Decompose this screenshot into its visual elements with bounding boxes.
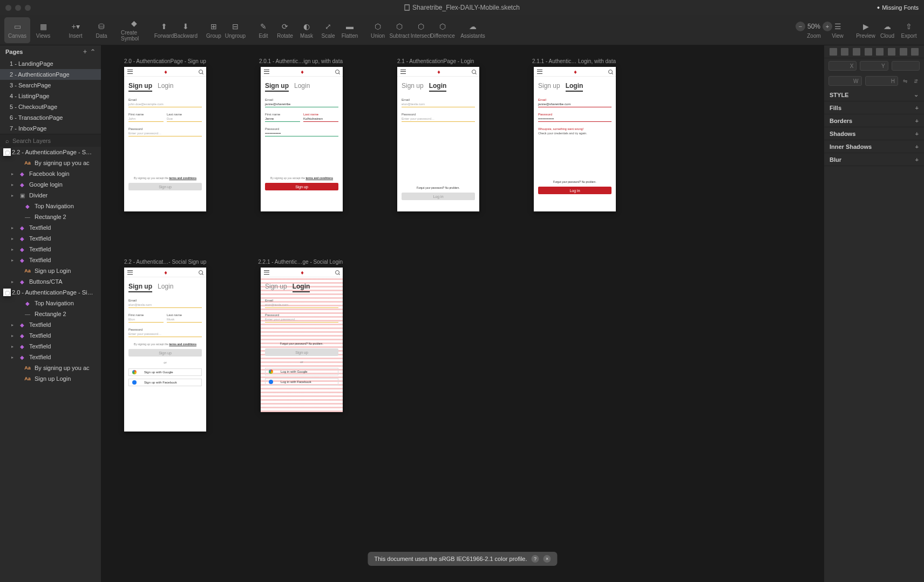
artboard-label[interactable]: 2.2 - Authenticat…- Social Sign up bbox=[124, 259, 206, 265]
layer-row[interactable]: AaBy signing up you ac bbox=[0, 158, 101, 168]
artboard-signup[interactable]: 2.0 - AuthenticationPage - Sign up ♦ Sig… bbox=[124, 67, 206, 211]
subtract[interactable]: ⬡Subtract bbox=[389, 17, 410, 43]
align-bottom-icon[interactable] bbox=[888, 48, 895, 56]
close-window[interactable] bbox=[5, 5, 11, 11]
artboard-label[interactable]: 2.1.1 - Authentic… Login, with data bbox=[532, 58, 616, 64]
align-top-icon[interactable] bbox=[865, 48, 872, 56]
intersect[interactable]: ⬡Intersect bbox=[410, 17, 432, 43]
close-banner-icon[interactable]: × bbox=[543, 555, 551, 563]
align-vcenter-icon[interactable] bbox=[876, 48, 884, 56]
view[interactable]: ☰View bbox=[827, 17, 848, 43]
page-item[interactable]: 3 - SearchPage bbox=[0, 80, 101, 91]
page-item[interactable]: 4 - ListingPage bbox=[0, 91, 101, 101]
preview[interactable]: ▶Preview bbox=[855, 17, 877, 43]
layer-row[interactable]: ▸▣Divider bbox=[0, 190, 101, 201]
y-field[interactable]: Y bbox=[860, 61, 888, 71]
assistants[interactable]: ☁Assistants bbox=[460, 17, 486, 43]
shadows-section[interactable]: Shadows+ bbox=[824, 127, 924, 140]
artboard-label[interactable]: 2.0 - AuthenticationPage - Sign up bbox=[124, 58, 206, 64]
edit[interactable]: ✎Edit bbox=[253, 17, 274, 43]
layer-row[interactable]: ▸◆Buttons/CTA bbox=[0, 276, 101, 287]
disclosure-icon[interactable]: ▸ bbox=[10, 225, 15, 230]
layer-row[interactable]: ▸◆Textfield bbox=[0, 233, 101, 244]
zoom-out[interactable]: − bbox=[796, 22, 805, 31]
h-field[interactable]: H bbox=[865, 76, 899, 86]
canvas-tool[interactable]: ▭Canvas bbox=[4, 17, 30, 43]
flip-v-icon[interactable]: ⇵ bbox=[912, 78, 920, 84]
artboard-social-login[interactable]: 2.2.1 - Authentic…ge - Social Login ♦ Si… bbox=[261, 268, 343, 412]
union[interactable]: ⬡Union bbox=[367, 17, 389, 43]
forward[interactable]: ⬆Forward bbox=[153, 17, 175, 43]
info-icon[interactable]: ? bbox=[532, 555, 539, 563]
add-shadow-icon[interactable]: + bbox=[915, 131, 919, 137]
add-border-icon[interactable]: + bbox=[915, 118, 919, 124]
flip-h-icon[interactable]: ⇋ bbox=[901, 78, 909, 84]
layer-row[interactable]: AaBy signing up you ac bbox=[0, 362, 101, 373]
artboard-social-signup[interactable]: 2.2 - Authenticat…- Social Sign up ♦ Sig… bbox=[124, 268, 206, 432]
missing-fonts-badge[interactable]: Missing Fonts bbox=[877, 4, 919, 11]
difference[interactable]: ⬡Difference bbox=[432, 17, 453, 43]
insert-tool[interactable]: +▾Insert bbox=[63, 17, 89, 43]
artboard-label[interactable]: 2.2.1 - Authentic…ge - Social Login bbox=[258, 259, 343, 265]
artboard-label[interactable]: 2.1 - AuthenticationPage - Login bbox=[397, 58, 474, 64]
zoom-control[interactable]: −50%+ Zoom bbox=[801, 17, 827, 43]
disclosure-icon[interactable]: ▸ bbox=[10, 193, 15, 198]
rot-field[interactable] bbox=[892, 61, 920, 71]
disclosure-icon[interactable]: ▸ bbox=[10, 279, 15, 284]
disclosure-icon[interactable]: ▸ bbox=[10, 236, 15, 241]
layer-row[interactable]: AaSign up Login bbox=[0, 373, 101, 384]
flatten[interactable]: ▬Flatten bbox=[339, 17, 361, 43]
page-item[interactable]: 2 - AuthenticationPage bbox=[0, 69, 101, 80]
artboard-signup-data[interactable]: 2.0.1 - Authentic…ign up, with data ♦ Si… bbox=[261, 67, 343, 211]
layer-row[interactable]: ▸◆Textfield bbox=[0, 352, 101, 362]
inner-shadows-section[interactable]: Inner Shadows+ bbox=[824, 140, 924, 153]
canvas[interactable]: 2.0 - AuthenticationPage - Sign up ♦ Sig… bbox=[101, 45, 824, 582]
rotate[interactable]: ⟳Rotate bbox=[274, 17, 296, 43]
fills-section[interactable]: Fills+ bbox=[824, 101, 924, 114]
align-left-icon[interactable] bbox=[830, 48, 837, 56]
disclosure-icon[interactable]: ▸ bbox=[10, 344, 15, 349]
align-right-icon[interactable] bbox=[853, 48, 860, 56]
disclosure-icon[interactable]: ▸ bbox=[10, 355, 15, 360]
layer-row[interactable]: ▸◆Textfield bbox=[0, 319, 101, 330]
add-inner-shadow-icon[interactable]: + bbox=[915, 143, 919, 150]
artboard-label[interactable]: 2.0.1 - Authentic…ign up, with data bbox=[259, 58, 343, 64]
add-page-icon[interactable]: + bbox=[83, 48, 87, 56]
ungroup[interactable]: ⊟Ungroup bbox=[225, 17, 246, 43]
layer-artboard[interactable]: ▾▢2.2 - AuthenticationPage - S… bbox=[0, 147, 101, 158]
cloud[interactable]: ☁Cloud bbox=[877, 17, 898, 43]
disclosure-icon[interactable]: ▸ bbox=[10, 247, 15, 252]
artboard-login-data[interactable]: 2.1.1 - Authentic… Login, with data ♦ Si… bbox=[534, 67, 616, 211]
page-item[interactable]: 1 - LandingPage bbox=[0, 58, 101, 69]
backward[interactable]: ⬇Backward bbox=[175, 17, 196, 43]
layer-row[interactable]: ▸◆Textfield bbox=[0, 244, 101, 255]
search-input[interactable] bbox=[12, 138, 96, 144]
layer-row[interactable]: ▸◆Textfield bbox=[0, 255, 101, 265]
w-field[interactable]: W bbox=[828, 76, 862, 86]
borders-section[interactable]: Borders+ bbox=[824, 114, 924, 127]
collapse-pages-icon[interactable]: ⌃ bbox=[90, 48, 96, 56]
data-tool[interactable]: ⛁Data bbox=[89, 17, 114, 43]
layer-row[interactable]: ▸◆Textfield bbox=[0, 222, 101, 233]
layer-row[interactable]: ◆Top Navigation bbox=[0, 201, 101, 211]
disclosure-icon[interactable]: ▸ bbox=[10, 182, 15, 187]
group[interactable]: ⊞Group bbox=[203, 17, 225, 43]
create-symbol[interactable]: ◆Create Symbol bbox=[121, 17, 147, 43]
minimize-window[interactable] bbox=[15, 5, 21, 11]
add-blur-icon[interactable]: + bbox=[915, 156, 919, 163]
export[interactable]: ⇧Export bbox=[898, 17, 920, 43]
layer-row[interactable]: —Rectangle 2 bbox=[0, 309, 101, 319]
scale[interactable]: ⤢Scale bbox=[317, 17, 339, 43]
layer-row[interactable]: ▸◆Facebook login bbox=[0, 168, 101, 179]
layer-row[interactable]: ▸◆Textfield bbox=[0, 330, 101, 341]
layer-artboard[interactable]: ▾▢2.0 - AuthenticationPage - Si… bbox=[0, 287, 101, 298]
distribute-v-icon[interactable] bbox=[911, 48, 919, 56]
layer-row[interactable]: ▸◆Google login bbox=[0, 179, 101, 190]
disclosure-icon[interactable]: ▸ bbox=[10, 172, 15, 176]
disclosure-icon[interactable]: ▸ bbox=[10, 323, 15, 327]
mask[interactable]: ◐Mask bbox=[296, 17, 317, 43]
align-hcenter-icon[interactable] bbox=[841, 48, 848, 56]
page-item[interactable]: 6 - TransactionPage bbox=[0, 112, 101, 123]
x-field[interactable]: X bbox=[828, 61, 857, 71]
layer-row[interactable]: AaSign up Login bbox=[0, 265, 101, 276]
